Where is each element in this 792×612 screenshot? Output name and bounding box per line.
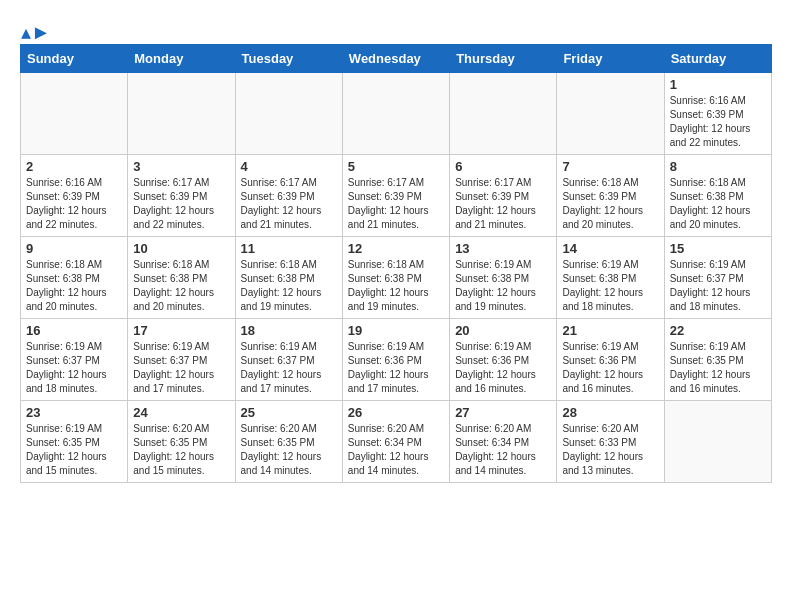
day-number: 28: [562, 405, 658, 420]
calendar-cell: [557, 73, 664, 155]
calendar-cell: 11Sunrise: 6:18 AM Sunset: 6:38 PM Dayli…: [235, 237, 342, 319]
day-info: Sunrise: 6:20 AM Sunset: 6:35 PM Dayligh…: [241, 422, 337, 478]
day-info: Sunrise: 6:20 AM Sunset: 6:33 PM Dayligh…: [562, 422, 658, 478]
day-number: 16: [26, 323, 122, 338]
calendar-week-row: 2Sunrise: 6:16 AM Sunset: 6:39 PM Daylig…: [21, 155, 772, 237]
calendar-cell: [342, 73, 449, 155]
calendar-cell: 4Sunrise: 6:17 AM Sunset: 6:39 PM Daylig…: [235, 155, 342, 237]
day-info: Sunrise: 6:18 AM Sunset: 6:39 PM Dayligh…: [562, 176, 658, 232]
day-info: Sunrise: 6:19 AM Sunset: 6:37 PM Dayligh…: [26, 340, 122, 396]
day-number: 5: [348, 159, 444, 174]
day-info: Sunrise: 6:20 AM Sunset: 6:34 PM Dayligh…: [348, 422, 444, 478]
day-info: Sunrise: 6:19 AM Sunset: 6:37 PM Dayligh…: [670, 258, 766, 314]
day-info: Sunrise: 6:19 AM Sunset: 6:36 PM Dayligh…: [455, 340, 551, 396]
day-number: 10: [133, 241, 229, 256]
day-number: 4: [241, 159, 337, 174]
weekday-header: Wednesday: [342, 45, 449, 73]
calendar-header-row: SundayMondayTuesdayWednesdayThursdayFrid…: [21, 45, 772, 73]
day-number: 24: [133, 405, 229, 420]
day-info: Sunrise: 6:17 AM Sunset: 6:39 PM Dayligh…: [455, 176, 551, 232]
day-number: 9: [26, 241, 122, 256]
day-info: Sunrise: 6:19 AM Sunset: 6:35 PM Dayligh…: [26, 422, 122, 478]
calendar-cell: 26Sunrise: 6:20 AM Sunset: 6:34 PM Dayli…: [342, 401, 449, 483]
calendar-cell: 1Sunrise: 6:16 AM Sunset: 6:39 PM Daylig…: [664, 73, 771, 155]
day-number: 2: [26, 159, 122, 174]
calendar-cell: 8Sunrise: 6:18 AM Sunset: 6:38 PM Daylig…: [664, 155, 771, 237]
day-number: 8: [670, 159, 766, 174]
calendar-cell: 20Sunrise: 6:19 AM Sunset: 6:36 PM Dayli…: [450, 319, 557, 401]
day-number: 20: [455, 323, 551, 338]
calendar-table: SundayMondayTuesdayWednesdayThursdayFrid…: [20, 44, 772, 483]
calendar-cell: 24Sunrise: 6:20 AM Sunset: 6:35 PM Dayli…: [128, 401, 235, 483]
calendar-week-row: 1Sunrise: 6:16 AM Sunset: 6:39 PM Daylig…: [21, 73, 772, 155]
day-info: Sunrise: 6:18 AM Sunset: 6:38 PM Dayligh…: [26, 258, 122, 314]
calendar-cell: 13Sunrise: 6:19 AM Sunset: 6:38 PM Dayli…: [450, 237, 557, 319]
day-info: Sunrise: 6:19 AM Sunset: 6:37 PM Dayligh…: [133, 340, 229, 396]
calendar-cell: [450, 73, 557, 155]
day-info: Sunrise: 6:19 AM Sunset: 6:36 PM Dayligh…: [348, 340, 444, 396]
calendar-cell: 6Sunrise: 6:17 AM Sunset: 6:39 PM Daylig…: [450, 155, 557, 237]
logo-bird-icon: ▴►: [21, 20, 51, 44]
day-info: Sunrise: 6:19 AM Sunset: 6:37 PM Dayligh…: [241, 340, 337, 396]
day-number: 21: [562, 323, 658, 338]
calendar-cell: 9Sunrise: 6:18 AM Sunset: 6:38 PM Daylig…: [21, 237, 128, 319]
day-number: 23: [26, 405, 122, 420]
calendar-cell: 27Sunrise: 6:20 AM Sunset: 6:34 PM Dayli…: [450, 401, 557, 483]
day-info: Sunrise: 6:16 AM Sunset: 6:39 PM Dayligh…: [670, 94, 766, 150]
day-number: 15: [670, 241, 766, 256]
day-info: Sunrise: 6:18 AM Sunset: 6:38 PM Dayligh…: [348, 258, 444, 314]
weekday-header: Friday: [557, 45, 664, 73]
day-number: 12: [348, 241, 444, 256]
calendar-cell: 7Sunrise: 6:18 AM Sunset: 6:39 PM Daylig…: [557, 155, 664, 237]
calendar-cell: [664, 401, 771, 483]
day-info: Sunrise: 6:18 AM Sunset: 6:38 PM Dayligh…: [241, 258, 337, 314]
calendar-cell: 18Sunrise: 6:19 AM Sunset: 6:37 PM Dayli…: [235, 319, 342, 401]
calendar-week-row: 23Sunrise: 6:19 AM Sunset: 6:35 PM Dayli…: [21, 401, 772, 483]
day-info: Sunrise: 6:17 AM Sunset: 6:39 PM Dayligh…: [133, 176, 229, 232]
day-number: 1: [670, 77, 766, 92]
day-info: Sunrise: 6:19 AM Sunset: 6:38 PM Dayligh…: [562, 258, 658, 314]
day-number: 13: [455, 241, 551, 256]
calendar-cell: 25Sunrise: 6:20 AM Sunset: 6:35 PM Dayli…: [235, 401, 342, 483]
day-number: 22: [670, 323, 766, 338]
weekday-header: Saturday: [664, 45, 771, 73]
day-number: 6: [455, 159, 551, 174]
calendar-cell: 19Sunrise: 6:19 AM Sunset: 6:36 PM Dayli…: [342, 319, 449, 401]
day-number: 18: [241, 323, 337, 338]
calendar-week-row: 9Sunrise: 6:18 AM Sunset: 6:38 PM Daylig…: [21, 237, 772, 319]
day-info: Sunrise: 6:19 AM Sunset: 6:38 PM Dayligh…: [455, 258, 551, 314]
day-info: Sunrise: 6:18 AM Sunset: 6:38 PM Dayligh…: [670, 176, 766, 232]
calendar-cell: 12Sunrise: 6:18 AM Sunset: 6:38 PM Dayli…: [342, 237, 449, 319]
calendar-cell: 3Sunrise: 6:17 AM Sunset: 6:39 PM Daylig…: [128, 155, 235, 237]
calendar-cell: [21, 73, 128, 155]
day-number: 26: [348, 405, 444, 420]
calendar-cell: [235, 73, 342, 155]
day-info: Sunrise: 6:17 AM Sunset: 6:39 PM Dayligh…: [348, 176, 444, 232]
calendar-cell: 28Sunrise: 6:20 AM Sunset: 6:33 PM Dayli…: [557, 401, 664, 483]
day-number: 17: [133, 323, 229, 338]
calendar-cell: 2Sunrise: 6:16 AM Sunset: 6:39 PM Daylig…: [21, 155, 128, 237]
day-number: 14: [562, 241, 658, 256]
calendar-cell: 10Sunrise: 6:18 AM Sunset: 6:38 PM Dayli…: [128, 237, 235, 319]
day-info: Sunrise: 6:20 AM Sunset: 6:34 PM Dayligh…: [455, 422, 551, 478]
calendar-cell: 17Sunrise: 6:19 AM Sunset: 6:37 PM Dayli…: [128, 319, 235, 401]
calendar-cell: 23Sunrise: 6:19 AM Sunset: 6:35 PM Dayli…: [21, 401, 128, 483]
calendar-cell: 16Sunrise: 6:19 AM Sunset: 6:37 PM Dayli…: [21, 319, 128, 401]
day-number: 11: [241, 241, 337, 256]
calendar-cell: 21Sunrise: 6:19 AM Sunset: 6:36 PM Dayli…: [557, 319, 664, 401]
day-number: 7: [562, 159, 658, 174]
calendar-cell: 14Sunrise: 6:19 AM Sunset: 6:38 PM Dayli…: [557, 237, 664, 319]
weekday-header: Tuesday: [235, 45, 342, 73]
day-info: Sunrise: 6:19 AM Sunset: 6:35 PM Dayligh…: [670, 340, 766, 396]
calendar-cell: 5Sunrise: 6:17 AM Sunset: 6:39 PM Daylig…: [342, 155, 449, 237]
logo: ▴►: [20, 20, 51, 40]
day-info: Sunrise: 6:18 AM Sunset: 6:38 PM Dayligh…: [133, 258, 229, 314]
weekday-header: Sunday: [21, 45, 128, 73]
day-info: Sunrise: 6:17 AM Sunset: 6:39 PM Dayligh…: [241, 176, 337, 232]
calendar-cell: 22Sunrise: 6:19 AM Sunset: 6:35 PM Dayli…: [664, 319, 771, 401]
page-header: ▴►: [20, 20, 772, 40]
calendar-cell: 15Sunrise: 6:19 AM Sunset: 6:37 PM Dayli…: [664, 237, 771, 319]
weekday-header: Monday: [128, 45, 235, 73]
day-number: 25: [241, 405, 337, 420]
calendar-week-row: 16Sunrise: 6:19 AM Sunset: 6:37 PM Dayli…: [21, 319, 772, 401]
